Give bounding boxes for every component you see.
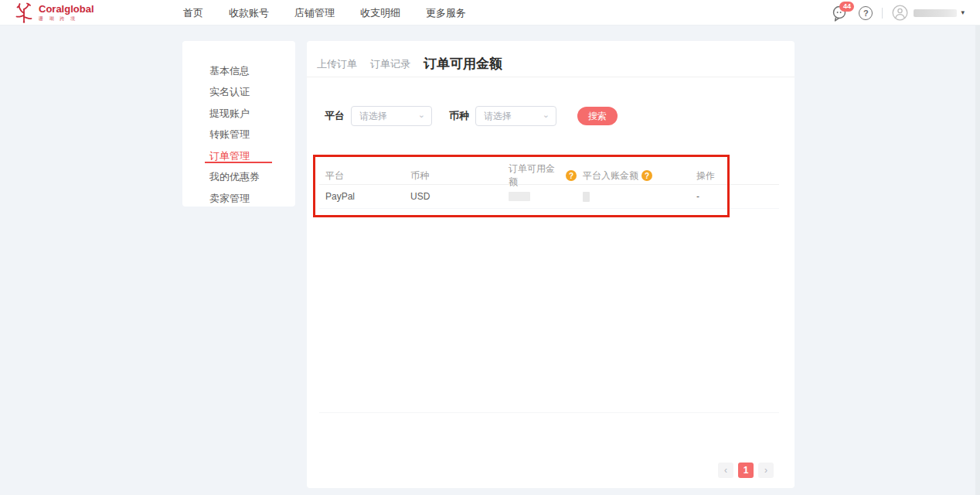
notification-badge: 44 (839, 2, 854, 12)
currency-select[interactable]: 请选择 ⌄ (475, 106, 556, 126)
message-bubble-icon[interactable]: 44 (831, 4, 849, 22)
available-amount-redacted (509, 192, 530, 201)
tab-order-records[interactable]: 订单记录 (370, 57, 410, 71)
sidebar: 基本信息 实名认证 提现账户 转账管理 订单管理 我的优惠券 卖家管理 (182, 41, 295, 207)
nav-item-transactions[interactable]: 收支明细 (360, 6, 400, 20)
nav-item-home[interactable]: 首页 (183, 6, 203, 20)
cell-available-amount (502, 192, 577, 201)
tab-upload-orders[interactable]: 上传订单 (317, 57, 357, 71)
platform-select[interactable]: 请选择 ⌄ (351, 106, 432, 126)
help-question-icon[interactable]: ? (641, 170, 652, 181)
chevron-down-icon: ⌄ (418, 111, 425, 119)
top-bar: Coralglobal 珊 瑚 跨 境 首页 收款账号 店铺管理 收支明细 更多… (0, 0, 980, 26)
header-available-amount: 订单可用金额 ? (502, 162, 577, 189)
sidebar-item-withdrawal-account[interactable]: 提现账户 (182, 103, 295, 125)
brand-text-block: Coralglobal 珊 瑚 跨 境 (39, 4, 94, 22)
main-content-panel: 上传订单 订单记录 订单可用金额 平台 请选择 ⌄ 币种 请选择 ⌄ 搜索 平台… (307, 41, 795, 488)
topbar-right-group: 44 ? ▾ (831, 0, 965, 26)
table-bottom-divider (319, 412, 779, 413)
user-name-redacted (914, 9, 957, 17)
platform-select-value: 请选择 (359, 110, 418, 123)
help-icon[interactable]: ? (859, 6, 873, 20)
search-button[interactable]: 搜索 (577, 107, 618, 125)
sidebar-item-identity-verification[interactable]: 实名认证 (182, 82, 295, 104)
platform-filter-label: 平台 (325, 109, 345, 123)
sidebar-item-seller-management[interactable]: 卖家管理 (182, 188, 295, 210)
pagination-page-1[interactable]: 1 (738, 463, 754, 478)
pagination-prev-button[interactable]: ‹ (718, 463, 733, 478)
header-platform: 平台 (319, 169, 404, 183)
brand-logo[interactable]: Coralglobal 珊 瑚 跨 境 (14, 2, 94, 23)
cell-action: - (690, 191, 779, 202)
currency-select-value: 请选择 (484, 110, 543, 123)
header-incoming-amount-label: 平台入账金额 (583, 169, 638, 183)
header-incoming-amount: 平台入账金额 ? (577, 169, 690, 183)
coral-logo-icon (14, 2, 34, 23)
top-navigation: 首页 收款账号 店铺管理 收支明细 更多服务 (183, 0, 466, 26)
topbar-divider (882, 8, 883, 19)
orders-table: 平台 币种 订单可用金额 ? 平台入账金额 ? 操作 PayPal USD - (319, 162, 779, 209)
caret-down-icon[interactable]: ▾ (961, 9, 965, 16)
header-action: 操作 (690, 169, 779, 183)
tab-order-available-amount[interactable]: 订单可用金额 (424, 57, 502, 71)
user-avatar-icon[interactable] (892, 5, 908, 21)
sidebar-item-basic-info[interactable]: 基本信息 (182, 60, 295, 82)
pagination: ‹ 1 › (718, 463, 774, 478)
sidebar-item-order-management[interactable]: 订单管理 (182, 145, 295, 167)
help-question-icon[interactable]: ? (566, 170, 577, 181)
brand-name: Coralglobal (39, 4, 94, 14)
sidebar-item-my-coupons[interactable]: 我的优惠券 (182, 167, 295, 189)
chevron-down-icon: ⌄ (543, 111, 550, 119)
currency-filter-label: 币种 (449, 109, 469, 123)
header-currency: 币种 (404, 169, 502, 183)
active-item-underline (205, 162, 272, 163)
table-header-row: 平台 币种 订单可用金额 ? 平台入账金额 ? 操作 (319, 162, 779, 185)
filter-row: 平台 请选择 ⌄ 币种 请选择 ⌄ 搜索 (325, 106, 618, 126)
cell-incoming-amount (577, 192, 690, 202)
cell-currency: USD (404, 191, 502, 202)
pagination-next-button[interactable]: › (758, 463, 774, 478)
incoming-amount-redacted (583, 192, 590, 202)
cell-platform: PayPal (319, 191, 404, 202)
nav-item-more-services[interactable]: 更多服务 (426, 6, 466, 20)
sidebar-item-transfer-management[interactable]: 转账管理 (182, 125, 295, 146)
header-available-amount-label: 订单可用金额 (509, 162, 563, 189)
nav-item-receiving-accounts[interactable]: 收款账号 (229, 6, 269, 20)
brand-subtext: 珊 瑚 跨 境 (39, 15, 94, 22)
tab-bar: 上传订单 订单记录 订单可用金额 (307, 41, 795, 77)
nav-item-store-management[interactable]: 店铺管理 (294, 6, 335, 20)
page-scrollbar[interactable] (975, 26, 980, 495)
